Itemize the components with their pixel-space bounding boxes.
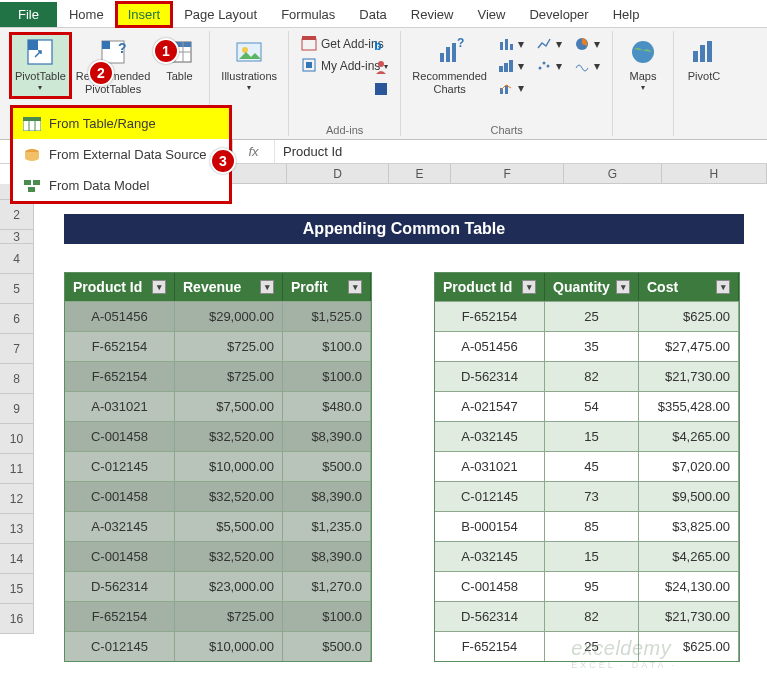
table-2-header-quantity[interactable]: Quantity▾ — [545, 273, 639, 301]
filter-dropdown-icon[interactable]: ▾ — [616, 280, 630, 294]
tab-home[interactable]: Home — [57, 2, 116, 27]
table-2-header-productid[interactable]: Product Id▾ — [435, 273, 545, 301]
column-chart-button[interactable]: ▾ — [492, 33, 530, 55]
table-row[interactable]: C-01214573$9,500.00 — [435, 481, 739, 511]
table-row[interactable]: A-02154754$355,428.00 — [435, 391, 739, 421]
table-row[interactable]: D-562314$23,000.00$1,270.0 — [65, 571, 371, 601]
table-row[interactable]: C-012145$10,000.00$500.0 — [65, 451, 371, 481]
table-row[interactable]: C-012145$10,000.00$500.0 — [65, 631, 371, 661]
table-row[interactable]: F-652154$725.00$100.0 — [65, 361, 371, 391]
table-row[interactable]: A-03102145$7,020.00 — [435, 451, 739, 481]
table-2-header-cost[interactable]: Cost▾ — [639, 273, 739, 301]
table-row[interactable]: F-652154$725.00$100.0 — [65, 331, 371, 361]
tab-help[interactable]: Help — [601, 2, 652, 27]
tab-formulas[interactable]: Formulas — [269, 2, 347, 27]
line-chart-button[interactable]: ▾ — [530, 33, 568, 55]
row-header[interactable]: 9 — [0, 394, 34, 424]
tab-data[interactable]: Data — [347, 2, 398, 27]
maps-button[interactable]: Maps ▾ — [619, 33, 667, 95]
table-1-header-revenue[interactable]: Revenue▾ — [175, 273, 283, 301]
pivottable-dropdown: From Table/Range From External Data Sour… — [10, 105, 232, 204]
table-cell: D-562314 — [435, 361, 545, 391]
filter-dropdown-icon[interactable]: ▾ — [522, 280, 536, 294]
table-cell: $21,730.00 — [639, 601, 739, 631]
filter-dropdown-icon[interactable]: ▾ — [348, 280, 362, 294]
svg-rect-15 — [306, 62, 312, 68]
from-data-model-item[interactable]: From Data Model — [13, 170, 229, 201]
row-header[interactable]: 13 — [0, 514, 34, 544]
col-header[interactable]: F — [451, 164, 564, 184]
tab-insert[interactable]: Insert — [116, 2, 173, 27]
tab-developer[interactable]: Developer — [517, 2, 600, 27]
row-header[interactable]: 2 — [0, 200, 34, 230]
table-cell: D-562314 — [435, 601, 545, 631]
filter-dropdown-icon[interactable]: ▾ — [716, 280, 730, 294]
formula-input[interactable]: Product Id — [275, 144, 767, 159]
table-cell: $8,390.0 — [283, 481, 371, 511]
from-external-data-label: From External Data Source — [49, 147, 207, 162]
row-header[interactable]: 3 — [0, 230, 34, 244]
row-header[interactable]: 15 — [0, 574, 34, 604]
table-row[interactable]: A-03214515$4,265.00 — [435, 421, 739, 451]
pivotchart-button[interactable]: PivotC — [680, 33, 728, 86]
table-row[interactable]: F-65215425$625.00 — [435, 631, 739, 661]
table-row[interactable]: C-001458$32,520.00$8,390.0 — [65, 421, 371, 451]
filter-dropdown-icon[interactable]: ▾ — [152, 280, 166, 294]
col-header[interactable]: D — [287, 164, 388, 184]
row-header[interactable]: 4 — [0, 244, 34, 274]
table-row[interactable]: A-03214515$4,265.00 — [435, 541, 739, 571]
table-1-header-profit[interactable]: Profit▾ — [283, 273, 371, 301]
pivottable-button[interactable]: PivotTable ▾ — [10, 33, 71, 98]
tab-page-layout[interactable]: Page Layout — [172, 2, 269, 27]
scatter-chart-button[interactable]: ▾ — [530, 55, 568, 77]
table-row[interactable]: C-00145895$24,130.00 — [435, 571, 739, 601]
table-row[interactable]: F-652154$725.00$100.0 — [65, 601, 371, 631]
table-row[interactable]: D-56231482$21,730.00 — [435, 361, 739, 391]
row-header[interactable]: 7 — [0, 334, 34, 364]
table-1-header: Product Id▾ Revenue▾ Profit▾ — [65, 273, 371, 301]
row-header[interactable]: 6 — [0, 304, 34, 334]
table-row[interactable]: A-05145635$27,475.00 — [435, 331, 739, 361]
hierarchy-chart-button[interactable]: ▾ — [492, 55, 530, 77]
row-header[interactable]: 14 — [0, 544, 34, 574]
row-header[interactable]: 5 — [0, 274, 34, 304]
fx-label[interactable]: fx — [233, 140, 275, 163]
from-table-range-item[interactable]: From Table/Range — [13, 108, 229, 139]
tab-view[interactable]: View — [465, 2, 517, 27]
row-header[interactable]: 12 — [0, 484, 34, 514]
col-header[interactable]: G — [564, 164, 661, 184]
col-header[interactable]: H — [662, 164, 767, 184]
table-cell: 25 — [545, 631, 639, 661]
row-header[interactable]: 8 — [0, 364, 34, 394]
col-header[interactable]: E — [389, 164, 451, 184]
table-row[interactable]: C-001458$32,520.00$8,390.0 — [65, 541, 371, 571]
tab-review[interactable]: Review — [399, 2, 466, 27]
visio-button[interactable] — [368, 79, 394, 101]
illustrations-button[interactable]: Illustrations ▾ — [216, 33, 282, 95]
row-header[interactable]: 11 — [0, 454, 34, 484]
table-1-header-productid[interactable]: Product Id▾ — [65, 273, 175, 301]
bing-maps-button[interactable]: b — [368, 35, 394, 57]
table-row[interactable]: A-032145$5,500.00$1,235.0 — [65, 511, 371, 541]
table-row[interactable]: B-00015485$3,825.00 — [435, 511, 739, 541]
combo-chart-button[interactable]: ▾ — [492, 77, 530, 99]
table-cell: 15 — [545, 421, 639, 451]
table-row[interactable]: D-56231482$21,730.00 — [435, 601, 739, 631]
tab-file[interactable]: File — [0, 2, 57, 27]
table-row[interactable]: F-65215425$625.00 — [435, 301, 739, 331]
filter-dropdown-icon[interactable]: ▾ — [260, 280, 274, 294]
table-row[interactable]: A-051456$29,000.00$1,525.0 — [65, 301, 371, 331]
callout-3: 3 — [210, 148, 236, 174]
row-header[interactable]: 16 — [0, 604, 34, 634]
recommended-pivottables-button[interactable]: ? Recommended PivotTables — [71, 33, 156, 98]
recommended-charts-button[interactable]: ? Recommended Charts — [407, 33, 492, 99]
pie-chart-button[interactable]: ▾ — [568, 33, 606, 55]
table-cell: $725.00 — [175, 601, 283, 631]
from-external-data-item[interactable]: From External Data Source — [13, 139, 229, 170]
surface-chart-button[interactable]: ▾ — [568, 55, 606, 77]
table-row[interactable]: A-031021$7,500.00$480.0 — [65, 391, 371, 421]
people-graph-button[interactable] — [368, 57, 394, 79]
table-row[interactable]: C-001458$32,520.00$8,390.0 — [65, 481, 371, 511]
svg-rect-22 — [500, 42, 503, 50]
row-header[interactable]: 10 — [0, 424, 34, 454]
